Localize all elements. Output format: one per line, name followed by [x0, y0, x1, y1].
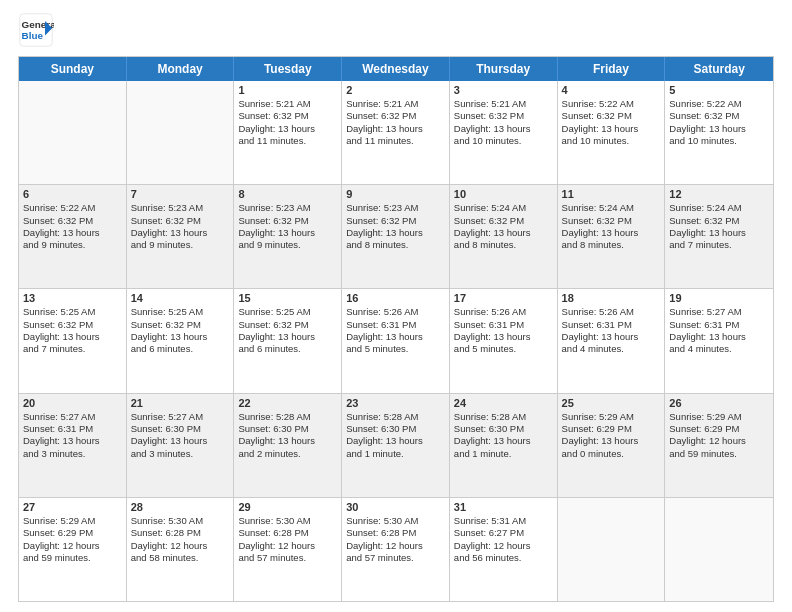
day-number: 1: [238, 84, 337, 96]
day-number: 6: [23, 188, 122, 200]
cell-line: Sunset: 6:32 PM: [454, 110, 553, 122]
cell-line: Daylight: 12 hours: [23, 540, 122, 552]
cell-line: Daylight: 12 hours: [131, 540, 230, 552]
day-number: 31: [454, 501, 553, 513]
cell-line: Sunrise: 5:29 AM: [669, 411, 769, 423]
cell-line: Sunset: 6:28 PM: [346, 527, 445, 539]
calendar-cell: 7Sunrise: 5:23 AMSunset: 6:32 PMDaylight…: [127, 185, 235, 288]
cell-line: Sunset: 6:30 PM: [131, 423, 230, 435]
cell-line: and 9 minutes.: [23, 239, 122, 251]
cell-line: Daylight: 13 hours: [669, 227, 769, 239]
cell-line: Sunset: 6:27 PM: [454, 527, 553, 539]
cell-line: Daylight: 13 hours: [23, 227, 122, 239]
cell-line: Sunset: 6:30 PM: [346, 423, 445, 435]
logo-icon: General Blue: [18, 12, 54, 48]
cell-line: Sunset: 6:29 PM: [669, 423, 769, 435]
day-number: 7: [131, 188, 230, 200]
calendar-cell: 26Sunrise: 5:29 AMSunset: 6:29 PMDayligh…: [665, 394, 773, 497]
day-number: 4: [562, 84, 661, 96]
header: General Blue: [18, 12, 774, 48]
day-number: 5: [669, 84, 769, 96]
cell-line: Sunset: 6:31 PM: [346, 319, 445, 331]
calendar-cell: 17Sunrise: 5:26 AMSunset: 6:31 PMDayligh…: [450, 289, 558, 392]
cell-line: Sunrise: 5:31 AM: [454, 515, 553, 527]
cell-line: Sunset: 6:28 PM: [131, 527, 230, 539]
calendar-cell: 10Sunrise: 5:24 AMSunset: 6:32 PMDayligh…: [450, 185, 558, 288]
cell-line: and 4 minutes.: [669, 343, 769, 355]
day-number: 20: [23, 397, 122, 409]
cell-line: Sunrise: 5:30 AM: [238, 515, 337, 527]
calendar-cell: 1Sunrise: 5:21 AMSunset: 6:32 PMDaylight…: [234, 81, 342, 184]
cell-line: and 59 minutes.: [23, 552, 122, 564]
cell-line: Sunrise: 5:27 AM: [669, 306, 769, 318]
cell-line: Sunrise: 5:29 AM: [562, 411, 661, 423]
cell-line: Sunrise: 5:21 AM: [238, 98, 337, 110]
cell-line: and 6 minutes.: [238, 343, 337, 355]
cell-line: Sunset: 6:32 PM: [669, 110, 769, 122]
day-number: 28: [131, 501, 230, 513]
calendar-header-cell: Thursday: [450, 57, 558, 81]
calendar-body: 1Sunrise: 5:21 AMSunset: 6:32 PMDaylight…: [19, 81, 773, 601]
cell-line: Sunset: 6:31 PM: [454, 319, 553, 331]
cell-line: Daylight: 13 hours: [346, 435, 445, 447]
calendar-cell: 20Sunrise: 5:27 AMSunset: 6:31 PMDayligh…: [19, 394, 127, 497]
calendar-cell: 3Sunrise: 5:21 AMSunset: 6:32 PMDaylight…: [450, 81, 558, 184]
cell-line: and 10 minutes.: [669, 135, 769, 147]
calendar-cell: 30Sunrise: 5:30 AMSunset: 6:28 PMDayligh…: [342, 498, 450, 601]
calendar-cell: 29Sunrise: 5:30 AMSunset: 6:28 PMDayligh…: [234, 498, 342, 601]
calendar-header-cell: Tuesday: [234, 57, 342, 81]
cell-line: Sunset: 6:32 PM: [238, 319, 337, 331]
calendar-cell: 22Sunrise: 5:28 AMSunset: 6:30 PMDayligh…: [234, 394, 342, 497]
cell-line: and 8 minutes.: [346, 239, 445, 251]
cell-line: Sunrise: 5:26 AM: [454, 306, 553, 318]
cell-line: Sunset: 6:29 PM: [23, 527, 122, 539]
calendar-cell: 18Sunrise: 5:26 AMSunset: 6:31 PMDayligh…: [558, 289, 666, 392]
cell-line: Daylight: 13 hours: [346, 331, 445, 343]
cell-line: Daylight: 13 hours: [669, 123, 769, 135]
cell-line: and 9 minutes.: [238, 239, 337, 251]
calendar-cell: 19Sunrise: 5:27 AMSunset: 6:31 PMDayligh…: [665, 289, 773, 392]
cell-line: Daylight: 13 hours: [131, 435, 230, 447]
cell-line: and 3 minutes.: [131, 448, 230, 460]
cell-line: Sunset: 6:30 PM: [454, 423, 553, 435]
calendar-cell: 14Sunrise: 5:25 AMSunset: 6:32 PMDayligh…: [127, 289, 235, 392]
calendar-header-row: SundayMondayTuesdayWednesdayThursdayFrid…: [19, 57, 773, 81]
cell-line: and 7 minutes.: [669, 239, 769, 251]
day-number: 9: [346, 188, 445, 200]
calendar-cell: 8Sunrise: 5:23 AMSunset: 6:32 PMDaylight…: [234, 185, 342, 288]
calendar-header-cell: Saturday: [665, 57, 773, 81]
day-number: 15: [238, 292, 337, 304]
day-number: 2: [346, 84, 445, 96]
cell-line: Daylight: 13 hours: [238, 123, 337, 135]
calendar-header-cell: Friday: [558, 57, 666, 81]
cell-line: Daylight: 13 hours: [346, 123, 445, 135]
calendar-cell: 12Sunrise: 5:24 AMSunset: 6:32 PMDayligh…: [665, 185, 773, 288]
calendar-cell: 9Sunrise: 5:23 AMSunset: 6:32 PMDaylight…: [342, 185, 450, 288]
cell-line: and 1 minute.: [346, 448, 445, 460]
day-number: 29: [238, 501, 337, 513]
cell-line: and 8 minutes.: [562, 239, 661, 251]
cell-line: Sunset: 6:32 PM: [346, 215, 445, 227]
calendar-cell: 21Sunrise: 5:27 AMSunset: 6:30 PMDayligh…: [127, 394, 235, 497]
cell-line: Daylight: 13 hours: [238, 331, 337, 343]
cell-line: and 0 minutes.: [562, 448, 661, 460]
cell-line: Daylight: 13 hours: [454, 227, 553, 239]
cell-line: Sunset: 6:32 PM: [131, 319, 230, 331]
cell-line: Sunrise: 5:25 AM: [23, 306, 122, 318]
day-number: 21: [131, 397, 230, 409]
day-number: 22: [238, 397, 337, 409]
cell-line: Sunset: 6:32 PM: [669, 215, 769, 227]
cell-line: Sunrise: 5:30 AM: [131, 515, 230, 527]
cell-line: Sunrise: 5:24 AM: [454, 202, 553, 214]
day-number: 27: [23, 501, 122, 513]
day-number: 17: [454, 292, 553, 304]
cell-line: and 10 minutes.: [454, 135, 553, 147]
cell-line: Sunrise: 5:27 AM: [23, 411, 122, 423]
cell-line: Sunrise: 5:23 AM: [131, 202, 230, 214]
cell-line: Sunset: 6:32 PM: [23, 215, 122, 227]
calendar-cell: 11Sunrise: 5:24 AMSunset: 6:32 PMDayligh…: [558, 185, 666, 288]
calendar-row: 13Sunrise: 5:25 AMSunset: 6:32 PMDayligh…: [19, 288, 773, 392]
calendar-cell: 15Sunrise: 5:25 AMSunset: 6:32 PMDayligh…: [234, 289, 342, 392]
cell-line: Daylight: 13 hours: [346, 227, 445, 239]
calendar-row: 27Sunrise: 5:29 AMSunset: 6:29 PMDayligh…: [19, 497, 773, 601]
